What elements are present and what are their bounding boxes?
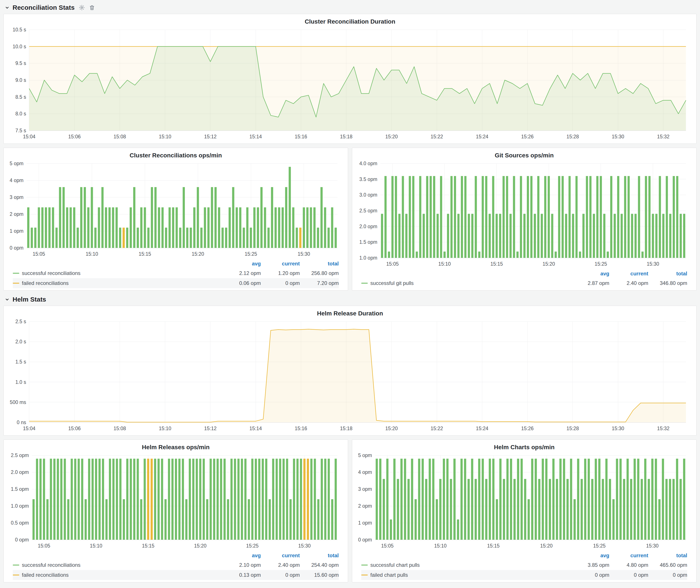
svg-text:15:26: 15:26 [521, 134, 534, 139]
legend-col-total[interactable]: total [300, 552, 339, 559]
legend-col-current[interactable]: current [261, 261, 300, 267]
legend-series-label[interactable]: successful reconciliations [13, 562, 222, 568]
legend-current-value: 2.40 opm [261, 562, 300, 568]
svg-text:5 opm: 5 opm [358, 452, 372, 458]
legend-row-successful-chart-pulls: successful chart pulls 3.85 opm 4.80 opm… [361, 560, 687, 570]
chart-helm-release-duration[interactable]: 15:0415:0615:0815:1015:1215:1415:1615:18… [8, 318, 692, 433]
svg-text:9.0 s: 9.0 s [15, 77, 26, 83]
panel-title-cluster-reconciliations-opm[interactable]: Cluster Reconciliations ops/min [8, 150, 344, 160]
legend-col-total[interactable]: total [300, 261, 339, 267]
chevron-down-icon[interactable] [4, 5, 10, 10]
chart-git-sources-opm[interactable]: 15:0515:1015:1515:2015:2515:301.0 opm1.5… [356, 160, 692, 269]
legend: avg current total successful chart pulls… [356, 551, 692, 580]
svg-text:2.0 opm: 2.0 opm [359, 224, 377, 229]
section-header-helm-stats: Helm Stats [4, 294, 697, 304]
panel-row-reconciliation: Cluster Reconciliations ops/min 15:0515:… [3, 148, 697, 294]
panel-title-cluster-reconciliation-duration[interactable]: Cluster Reconciliation Duration [8, 17, 692, 27]
legend-col-avg[interactable]: avg [570, 271, 609, 277]
chart-cluster-reconciliations-opm[interactable]: 15:0515:1015:1515:2015:2515:300 opm1 opm… [8, 160, 344, 259]
trash-icon[interactable] [89, 5, 95, 11]
legend-col-current[interactable]: current [609, 552, 648, 559]
legend-header: avg current total [361, 269, 687, 278]
legend-current-value: 0 opm [261, 280, 300, 286]
legend-avg-value: 0 opm [570, 572, 609, 578]
svg-text:15:32: 15:32 [657, 426, 670, 431]
svg-text:15:28: 15:28 [566, 426, 579, 431]
legend-series-label[interactable]: failed chart pulls [361, 572, 570, 578]
panel-title-helm-releases-opm[interactable]: Helm Releases ops/min [8, 442, 344, 452]
legend-avg-value: 0.06 opm [222, 280, 261, 286]
svg-text:1.5 opm: 1.5 opm [359, 239, 377, 245]
svg-text:15:04: 15:04 [23, 426, 35, 431]
legend-current-value: 0 opm [261, 572, 300, 578]
legend-header: avg current total [13, 551, 339, 560]
svg-text:5 opm: 5 opm [10, 161, 24, 166]
svg-text:15:10: 15:10 [159, 426, 171, 431]
section-title-helm-stats[interactable]: Helm Stats [13, 296, 46, 303]
legend-series-text: failed reconciliations [22, 572, 69, 578]
legend-col-total[interactable]: total [648, 552, 687, 559]
panel-row-helm: Helm Releases ops/min 15:0515:1015:1515:… [3, 439, 697, 586]
svg-text:15:14: 15:14 [249, 134, 262, 139]
panel-title-git-sources-opm[interactable]: Git Sources ops/min [356, 150, 692, 160]
svg-text:15:12: 15:12 [204, 134, 217, 139]
chart-cluster-reconciliation-duration[interactable]: 15:0415:0615:0815:1015:1215:1415:1615:18… [8, 27, 692, 141]
svg-text:1.5 opm: 1.5 opm [11, 486, 29, 492]
legend-series-label[interactable]: failed reconciliations [13, 572, 222, 578]
series-color-dash [361, 575, 368, 575]
svg-text:15:16: 15:16 [295, 426, 307, 431]
legend-avg-value: 0.13 opm [222, 572, 261, 578]
svg-text:15:20: 15:20 [192, 251, 204, 257]
legend-col-avg[interactable]: avg [222, 552, 261, 559]
svg-text:15:10: 15:10 [159, 134, 171, 139]
svg-text:15:25: 15:25 [246, 543, 259, 549]
svg-text:2.5 opm: 2.5 opm [359, 208, 377, 213]
series-color-dash [13, 283, 19, 284]
legend-col-avg[interactable]: avg [570, 552, 609, 559]
svg-text:15:15: 15:15 [487, 543, 500, 549]
svg-text:15:06: 15:06 [68, 426, 81, 431]
svg-text:15:22: 15:22 [431, 134, 443, 139]
legend-col-total[interactable]: total [648, 271, 687, 277]
svg-text:0 ns: 0 ns [17, 420, 26, 425]
svg-text:2.0 opm: 2.0 opm [11, 469, 29, 475]
legend-col-avg[interactable]: avg [222, 261, 261, 267]
svg-text:15:18: 15:18 [340, 426, 353, 431]
svg-text:15:06: 15:06 [68, 134, 81, 139]
svg-text:10.5 s: 10.5 s [13, 27, 26, 32]
svg-text:15:30: 15:30 [646, 543, 659, 549]
legend-series-label[interactable]: successful git pulls [361, 280, 570, 286]
legend-row-successful-reconciliations: successful reconciliations 2.10 opm 2.40… [13, 560, 339, 570]
svg-text:15:05: 15:05 [381, 543, 394, 549]
chart-helm-charts-opm[interactable]: 15:0515:1015:1515:2015:2515:300 opm1 opm… [356, 452, 692, 551]
svg-text:15:30: 15:30 [298, 251, 310, 257]
legend-avg-value: 2.12 opm [222, 270, 261, 276]
svg-text:500 ms: 500 ms [10, 399, 26, 405]
svg-text:15:05: 15:05 [38, 543, 50, 549]
svg-text:15:08: 15:08 [114, 134, 126, 139]
chart-helm-releases-opm[interactable]: 15:0515:1015:1515:2015:2515:300 opm0.5 o… [8, 452, 344, 551]
svg-text:15:16: 15:16 [295, 134, 307, 139]
panel-cluster-reconciliation-duration: Cluster Reconciliation Duration 15:0415:… [3, 14, 697, 144]
panel-title-helm-release-duration[interactable]: Helm Release Duration [8, 309, 692, 318]
svg-text:1.0 s: 1.0 s [15, 379, 26, 385]
panel-helm-charts-opm: Helm Charts ops/min 15:0515:1015:1515:20… [352, 439, 697, 582]
gear-icon[interactable] [79, 4, 85, 11]
legend-series-label[interactable]: successful reconciliations [13, 270, 222, 276]
section-title-reconciliation-stats[interactable]: Reconciliation Stats [13, 4, 75, 11]
svg-text:15:05: 15:05 [33, 251, 45, 257]
panel-title-helm-charts-opm[interactable]: Helm Charts ops/min [356, 442, 692, 452]
legend-col-current[interactable]: current [609, 271, 648, 277]
panel-helm-release-duration: Helm Release Duration 15:0415:0615:0815:… [3, 306, 697, 436]
legend-series-text: successful reconciliations [22, 270, 81, 276]
svg-text:15:05: 15:05 [386, 261, 399, 267]
legend-series-text: failed reconciliations [22, 280, 69, 286]
legend-col-current[interactable]: current [261, 552, 300, 559]
legend-series-label[interactable]: successful chart pulls [361, 562, 570, 568]
svg-text:15:24: 15:24 [476, 426, 489, 431]
legend-row-successful-git-pulls: successful git pulls 2.87 opm 2.40 opm 3… [361, 278, 687, 288]
legend-series-label[interactable]: failed reconciliations [13, 280, 222, 286]
legend: avg current total successful reconciliat… [8, 259, 344, 288]
svg-text:15:30: 15:30 [612, 134, 624, 139]
chevron-down-icon[interactable] [4, 297, 10, 302]
